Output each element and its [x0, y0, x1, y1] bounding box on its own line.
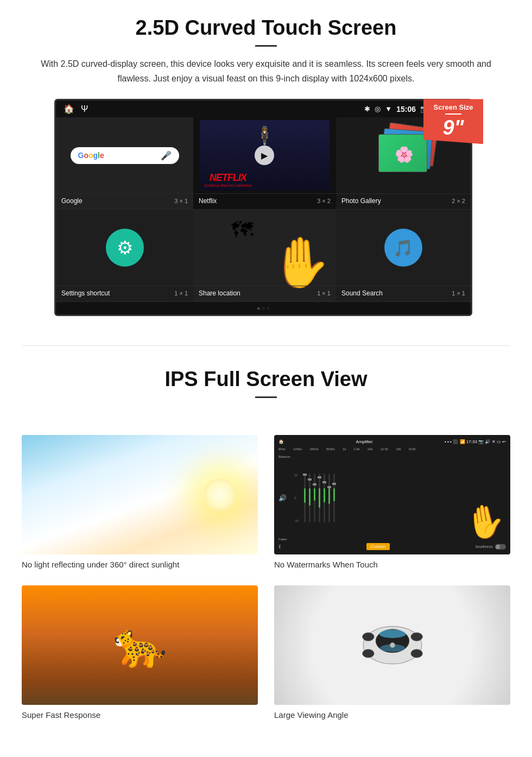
amp-loudness-toggle: loudness [476, 544, 506, 550]
hand-on-eq-icon: ✋ [462, 499, 509, 544]
svg-point-7 [410, 649, 422, 658]
app-row-1: Google 🎤 Google 3 × 1 [56, 117, 471, 210]
settings-app-name: Settings shortcut [61, 289, 110, 297]
share-cell-label: Share location 1 × 1 [193, 286, 336, 301]
app-cell-google[interactable]: Google 🎤 Google 3 × 1 [56, 117, 193, 209]
microphone-icon[interactable]: 🎤 [161, 150, 172, 161]
amp-back-button: ⟪ [278, 544, 281, 549]
amp-bottom-controls: ⟪ Custom loudness [278, 543, 506, 550]
google-app-name: Google [61, 197, 83, 205]
eq-bar-5 [324, 474, 325, 522]
google-search-bar[interactable]: Google 🎤 [71, 147, 179, 164]
feature-sunlight: No light reflecting under 360° direct su… [22, 435, 258, 569]
device-wrapper: Screen Size 9" 🏠 Ψ ✱ ◎ ▼ 15:06 📷 🔊 ✕ [54, 99, 478, 316]
share-app-name: Share location [199, 289, 240, 297]
badge-line [445, 113, 461, 115]
netflix-app-name: Netflix [199, 197, 217, 205]
app-row-2: ⚙ Settings shortcut 1 × 1 🗺 🤚 Share loca… [56, 210, 471, 302]
gallery-app-size: 2 × 2 [452, 198, 465, 204]
eq-scale: 10 0 -10 [294, 474, 299, 522]
netflix-brand: NETFLIX Continue Marvel's Daredevil [204, 172, 251, 187]
netflix-cell-label: Netflix 3 × 2 [193, 193, 336, 209]
cheetah-emoji: 🐆 [113, 620, 167, 671]
app-cell-share[interactable]: 🗺 🤚 Share location 1 × 1 [193, 210, 336, 301]
share-cell-content: 🗺 🤚 [193, 210, 336, 286]
badge-label: Screen Size [430, 103, 477, 111]
settings-cell-label: Settings shortcut 1 × 1 [56, 286, 193, 301]
flower-image: 🌸 [395, 146, 414, 163]
eq-bars-container: 10 0 -10 [294, 455, 506, 541]
device-screen: 🏠 Ψ ✱ ◎ ▼ 15:06 📷 🔊 ✕ ▭ [54, 99, 472, 316]
app-cell-sound[interactable]: 🎵 Sound Search 1 × 1 [336, 210, 471, 301]
eq-freq-labels: 60hz100hz200hz500hz1k2.5k10k12.5k15kSUB [278, 447, 506, 451]
amp-header: 🏠 Amplifier ▪ ▪ ▪ ⬛ 📶 17:33 📷 🔊 ✕ ▭ ↩ [278, 439, 506, 444]
status-time: 15:06 [396, 105, 416, 113]
home-icon[interactable]: 🏠 [64, 104, 74, 114]
settings-app-size: 1 × 1 [174, 290, 188, 297]
eq-bars [304, 474, 335, 522]
eq-bar-1 [304, 474, 306, 522]
app-cell-netflix[interactable]: 🕴 ▶ NETFLIX Continue Marvel's Daredevil … [193, 117, 336, 209]
svg-point-6 [362, 649, 374, 658]
hand-pointing-icon: 🤚 [270, 234, 331, 291]
google-app-size: 3 × 1 [174, 198, 188, 204]
section-curved-desc: With 2.5D curved-display screen, this de… [33, 56, 499, 86]
settings-icon: ⚙ [106, 229, 144, 267]
amp-title: Amplifier [356, 439, 373, 444]
gallery-cell-label: Photo Gallery 2 × 2 [336, 193, 471, 209]
netflix-cell-content: 🕴 ▶ NETFLIX Continue Marvel's Daredevil [193, 117, 336, 193]
google-cell-content: Google 🎤 [56, 117, 193, 193]
sunlight-image [22, 435, 258, 554]
cheetah-label: Super Fast Response [22, 710, 258, 720]
sound-cell-content: 🎵 [336, 210, 471, 286]
netflix-app-size: 3 × 2 [317, 198, 331, 204]
cheetah-visual: 🐆 [22, 585, 258, 705]
badge-size: 9" [430, 117, 477, 140]
svg-point-5 [410, 633, 422, 641]
feature-amplifier: 🏠 Amplifier ▪ ▪ ▪ ⬛ 📶 17:33 📷 🔊 ✕ ▭ ↩ 60… [274, 435, 510, 569]
section-curved: 2.5D Curved Touch Screen With 2.5D curve… [0, 0, 532, 329]
screen-size-badge: Screen Size 9" [423, 99, 483, 144]
netflix-logo-text: NETFLIX [210, 172, 246, 183]
feature-car: Large Viewing Angle [274, 585, 510, 720]
google-logo: Google [78, 151, 104, 160]
amplifier-image: 🏠 Amplifier ▪ ▪ ▪ ⬛ 📶 17:33 📷 🔊 ✕ ▭ ↩ 60… [274, 435, 510, 554]
title-underline [255, 45, 277, 47]
eq-bar-7 [333, 474, 335, 522]
status-left: 🏠 Ψ [64, 104, 88, 114]
page-dots: ● ○ ○ [56, 302, 471, 314]
amp-home-icon: 🏠 [278, 439, 284, 444]
car-label: Large Viewing Angle [274, 710, 510, 720]
sunlight-visual [22, 435, 258, 554]
sound-app-name: Sound Search [341, 289, 383, 297]
sun-element [204, 478, 236, 511]
svg-point-2 [379, 630, 406, 638]
section-ips: IPS Full Screen View [0, 362, 532, 424]
app-cell-settings[interactable]: ⚙ Settings shortcut 1 × 1 [56, 210, 193, 301]
amp-custom-button: Custom [366, 543, 390, 550]
section-curved-title: 2.5D Curved Touch Screen [33, 16, 499, 40]
location-icon: ◎ [375, 105, 381, 113]
svg-point-4 [362, 633, 374, 641]
netflix-thumb: 🕴 ▶ NETFLIX Continue Marvel's Daredevil [200, 120, 330, 191]
car-visual [274, 585, 510, 705]
wifi-icon: ▼ [385, 105, 392, 113]
section-ips-title: IPS Full Screen View [33, 368, 499, 391]
ips-title-underline [255, 396, 277, 398]
eq-bar-4 [319, 474, 320, 522]
sound-cell-label: Sound Search 1 × 1 [336, 286, 471, 301]
usb-icon: Ψ [81, 104, 88, 114]
amp-side-labels: Balance 🔊 Fader [278, 455, 290, 541]
status-bar: 🏠 Ψ ✱ ◎ ▼ 15:06 📷 🔊 ✕ ▭ [56, 100, 471, 117]
gallery-app-name: Photo Gallery [341, 197, 381, 205]
eq-bar-3 [314, 474, 315, 522]
eq-bar-2 [309, 474, 311, 522]
sound-app-size: 1 × 1 [452, 290, 465, 297]
car-svg [349, 618, 436, 672]
amplifier-visual: 🏠 Amplifier ▪ ▪ ▪ ⬛ 📶 17:33 📷 🔊 ✕ ▭ ↩ 60… [274, 435, 510, 554]
feature-cheetah: 🐆 Super Fast Response [22, 585, 258, 720]
car-image [274, 585, 510, 705]
sound-search-icon: 🎵 [384, 229, 422, 267]
maps-icon: 🗺 [231, 218, 253, 242]
google-cell-label: Google 3 × 1 [56, 193, 193, 209]
